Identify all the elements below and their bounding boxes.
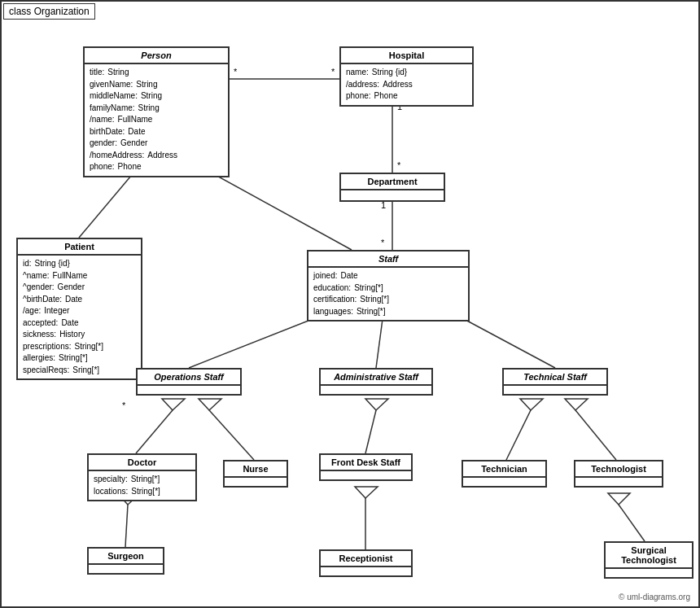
class-patient-body: id:String {id} ^name:FullName ^gender:Ge… xyxy=(18,256,141,378)
class-surgeon: Surgeon xyxy=(87,547,164,575)
class-front-desk-staff-body xyxy=(321,471,411,479)
diagram-title: class Organization xyxy=(3,3,95,20)
svg-text:*: * xyxy=(381,238,385,247)
class-surgical-technologist: Surgical Technologist xyxy=(604,541,693,579)
class-hospital-header: Hospital xyxy=(341,48,472,64)
class-surgical-technologist-body xyxy=(606,569,692,577)
svg-marker-23 xyxy=(199,399,221,410)
svg-marker-33 xyxy=(355,487,378,498)
svg-line-22 xyxy=(209,410,254,460)
svg-marker-21 xyxy=(162,399,185,410)
svg-line-20 xyxy=(136,410,173,453)
class-front-desk-staff: Front Desk Staff xyxy=(319,453,413,481)
svg-marker-35 xyxy=(608,493,630,505)
class-staff: Staff joined:Date education:String[*] ce… xyxy=(307,250,470,321)
class-technologist-header: Technologist xyxy=(575,461,662,478)
svg-line-24 xyxy=(365,410,376,453)
class-surgical-technologist-header: Surgical Technologist xyxy=(606,543,692,569)
svg-text:*: * xyxy=(122,400,126,410)
class-person-header: Person xyxy=(85,48,228,64)
svg-marker-27 xyxy=(520,399,543,410)
class-technical-staff: Technical Staff xyxy=(502,368,608,396)
class-technician-header: Technician xyxy=(463,461,545,478)
class-operations-staff-body xyxy=(138,386,240,394)
class-technical-staff-header: Technical Staff xyxy=(504,370,606,386)
class-technician: Technician xyxy=(462,460,547,488)
class-technologist-body xyxy=(575,478,662,486)
class-patient: Patient id:String {id} ^name:FullName ^g… xyxy=(16,238,142,380)
svg-marker-25 xyxy=(365,399,388,410)
class-hospital: Hospital name:String {id} /address:Addre… xyxy=(339,46,474,107)
class-front-desk-staff-header: Front Desk Staff xyxy=(321,455,411,471)
class-operations-staff: Operations Staff xyxy=(136,368,242,396)
class-doctor: Doctor specialty:String[*] locations:Str… xyxy=(87,453,197,501)
class-surgeon-body xyxy=(89,565,163,573)
diagram-container: class Organization 1 * * * 1 * xyxy=(0,0,700,608)
svg-text:*: * xyxy=(397,160,401,170)
svg-text:*: * xyxy=(331,67,335,77)
svg-marker-29 xyxy=(565,399,588,410)
class-staff-body: joined:Date education:String[*] certific… xyxy=(308,268,468,320)
class-administrative-staff-body xyxy=(321,386,431,394)
class-doctor-header: Doctor xyxy=(89,455,195,471)
class-hospital-body: name:String {id} /address:Address phone:… xyxy=(341,64,472,105)
svg-text:*: * xyxy=(234,67,238,77)
class-department: Department xyxy=(339,173,445,202)
class-surgeon-header: Surgeon xyxy=(89,549,163,565)
class-patient-header: Patient xyxy=(18,239,141,256)
class-receptionist: Receptionist xyxy=(319,549,413,577)
class-nurse-header: Nurse xyxy=(225,461,287,478)
class-person-body: title:String givenName:String middleName… xyxy=(85,64,228,176)
class-doctor-body: specialty:String[*] locations:String[*] xyxy=(89,471,195,500)
class-operations-staff-header: Operations Staff xyxy=(138,370,240,386)
class-department-header: Department xyxy=(341,174,444,190)
class-administrative-staff-header: Administrative Staff xyxy=(321,370,431,386)
class-staff-header: Staff xyxy=(308,252,468,268)
class-technologist: Technologist xyxy=(574,460,663,488)
svg-line-28 xyxy=(575,410,616,460)
class-administrative-staff: Administrative Staff xyxy=(319,368,433,396)
class-receptionist-header: Receptionist xyxy=(321,551,411,567)
svg-line-34 xyxy=(619,505,645,541)
class-person: Person title:String givenName:String mid… xyxy=(83,46,230,177)
class-department-body xyxy=(341,190,444,200)
svg-line-30 xyxy=(125,505,128,547)
class-nurse: Nurse xyxy=(223,460,288,488)
class-nurse-body xyxy=(225,478,287,486)
copyright-text: © uml-diagrams.org xyxy=(619,593,690,601)
class-technical-staff-body xyxy=(504,386,606,394)
svg-line-26 xyxy=(506,410,531,460)
class-technician-body xyxy=(463,478,545,486)
class-receptionist-body xyxy=(321,567,411,575)
